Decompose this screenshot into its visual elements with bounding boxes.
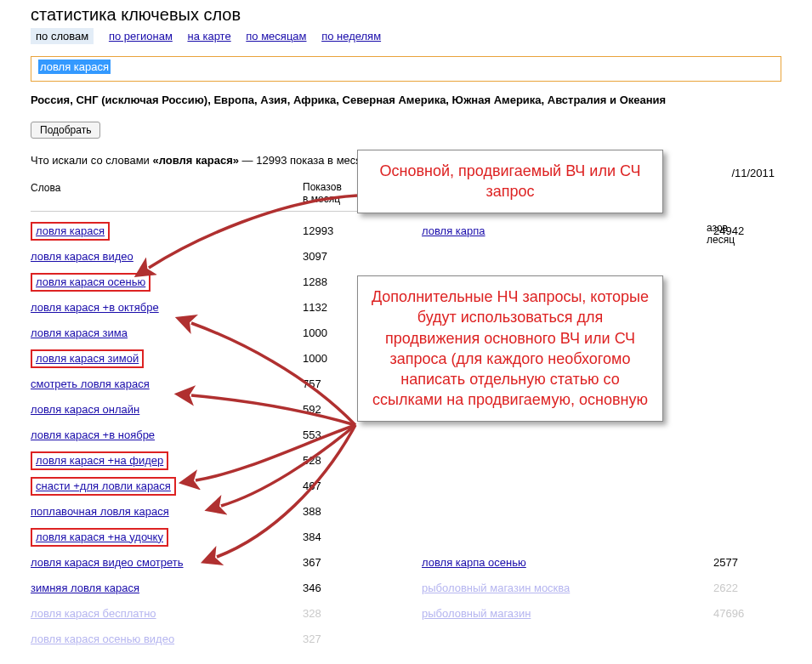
- summary-term: «ловля карася»: [153, 154, 240, 167]
- search-value: ловля карася: [38, 60, 111, 74]
- table-row: ловля карася осенью видео327: [31, 627, 371, 652]
- tab-regions[interactable]: по регионам: [109, 30, 173, 43]
- keyword-count: 388: [303, 505, 371, 518]
- keyword-count: 327: [303, 633, 371, 645]
- tab-map[interactable]: на карте: [187, 30, 230, 43]
- callout-main: Основной, продвигаемый ВЧ или СЧ запрос: [357, 150, 663, 213]
- callout-secondary: Дополнительные НЧ запросы, которые будут…: [357, 275, 663, 422]
- left-column: Слова Показовв месяц ловля карася12993ло…: [31, 182, 371, 652]
- table-row: ловля карася зимой1000: [31, 346, 371, 372]
- summary-suffix: — 12993 показа в месяц.: [239, 154, 371, 167]
- keyword-count: 12993: [303, 224, 371, 237]
- table-row: ловля карася видео3097: [31, 244, 371, 270]
- keyword-link[interactable]: ловля карася осенью видео: [31, 633, 174, 645]
- table-row: ловля карася видео смотреть367: [31, 550, 371, 576]
- search-input[interactable]: ловля карася: [31, 56, 781, 82]
- table-row: ловля карася зима1000: [31, 321, 371, 346]
- keyword-link[interactable]: ловля карася: [31, 222, 110, 241]
- keyword-count: 47696: [713, 607, 781, 620]
- keyword-link[interactable]: ловля карася +на фидер: [31, 451, 168, 470]
- keyword-link[interactable]: ловля карася +в октябре: [31, 301, 159, 314]
- summary-prefix: Что искали со словами: [31, 154, 153, 167]
- tab-words[interactable]: по словам: [31, 28, 94, 44]
- keyword-link[interactable]: ловля карася видео: [31, 250, 133, 263]
- table-row: рыболовный магазин47696: [422, 601, 781, 627]
- table-row: ловля карася +на фидер528: [31, 448, 371, 474]
- table-row: смотреть ловля карася757: [31, 372, 371, 397]
- table-row: ловля карася +в октябре1132: [31, 295, 371, 321]
- table-row: снасти +для ловли карася467: [31, 474, 371, 499]
- keyword-count: 2622: [713, 582, 781, 594]
- table-row: зимняя ловля карася346: [31, 576, 371, 601]
- keyword-count: 467: [303, 480, 371, 492]
- table-row: ловля карася бесплатно328: [31, 601, 371, 627]
- pick-button[interactable]: Подобрать: [31, 122, 100, 139]
- date-fragment: /11/2011: [731, 167, 775, 179]
- keyword-count: 2577: [713, 556, 781, 569]
- keyword-link[interactable]: ловля карася +на удочку: [31, 528, 168, 547]
- right-col-head-frag: азовлесяц: [707, 223, 775, 247]
- table-row: рыболовный магазин москва2622: [422, 576, 781, 601]
- regions-line: Россия, СНГ (исключая Россию), Европа, А…: [31, 94, 781, 106]
- summary: Что искали со словами «ловля карася» — 1…: [31, 154, 388, 167]
- keyword-link[interactable]: поплавочная ловля карася: [31, 505, 169, 518]
- tab-weeks[interactable]: по неделям: [321, 30, 381, 43]
- keyword-link[interactable]: ловля карася онлайн: [31, 403, 139, 416]
- keyword-link[interactable]: снасти +для ловли карася: [31, 477, 176, 496]
- col-head-words: Слова: [31, 182, 303, 206]
- table-row: ловля карася онлайн592: [31, 397, 371, 423]
- keyword-link[interactable]: ловля карпа: [422, 224, 485, 237]
- table-row: ловля карася осенью1288: [31, 270, 371, 295]
- keyword-count: 384: [303, 531, 371, 543]
- keyword-link[interactable]: смотреть ловля карася: [31, 377, 150, 390]
- keyword-link[interactable]: ловля карася +в ноябре: [31, 428, 155, 441]
- keyword-link[interactable]: ловля карпа осенью: [422, 556, 526, 569]
- keyword-count: 528: [303, 454, 371, 467]
- keyword-link[interactable]: ловля карася видео смотреть: [31, 556, 184, 569]
- table-row: ловля карпа осенью2577: [422, 550, 781, 576]
- keyword-link[interactable]: рыболовный магазин москва: [422, 582, 570, 594]
- table-row: ловля карася12993: [31, 218, 371, 244]
- keyword-link[interactable]: зимняя ловля карася: [31, 582, 139, 594]
- keyword-link[interactable]: ловля карася зима: [31, 326, 128, 339]
- keyword-count: 553: [303, 428, 371, 441]
- keyword-link[interactable]: ловля карася осенью: [31, 273, 150, 292]
- table-row: ловля карася +на удочку384: [31, 525, 371, 550]
- keyword-link[interactable]: рыболовный магазин: [422, 607, 531, 620]
- page-title: статистика ключевых слов: [31, 5, 781, 25]
- keyword-count: 346: [303, 582, 371, 594]
- keyword-count: 328: [303, 607, 371, 620]
- table-row: поплавочная ловля карася388: [31, 499, 371, 525]
- table-row: ловля карася +в ноябре553: [31, 423, 371, 448]
- keyword-link[interactable]: ловля карася бесплатно: [31, 607, 156, 620]
- keyword-link[interactable]: ловля карася зимой: [31, 349, 144, 368]
- tab-months[interactable]: по месяцам: [246, 30, 306, 43]
- keyword-count: 3097: [303, 250, 371, 263]
- keyword-count: 367: [303, 556, 371, 569]
- tabs: по словам по регионам на карте по месяца…: [31, 28, 781, 44]
